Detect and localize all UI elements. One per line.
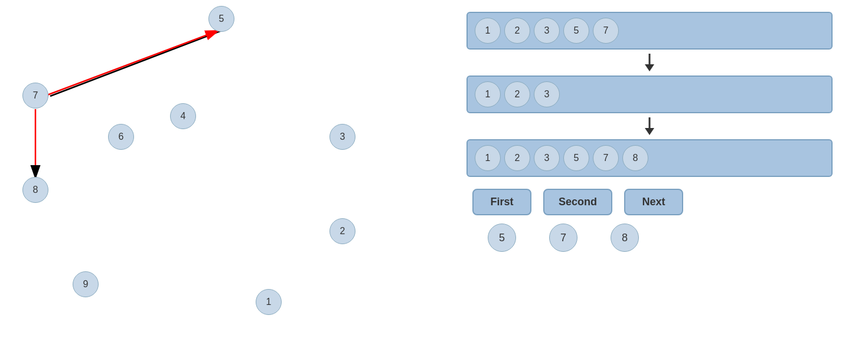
next-label-node: 8 xyxy=(611,224,639,252)
svg-marker-6 xyxy=(645,64,654,71)
second-button[interactable]: Second xyxy=(543,189,612,215)
node-3: 3 xyxy=(329,124,355,150)
graph-edges xyxy=(0,0,354,348)
buttons-row: First Second Next xyxy=(472,189,833,215)
array-cell: 7 xyxy=(593,18,619,44)
svg-marker-8 xyxy=(645,128,654,135)
array-cell: 8 xyxy=(622,145,648,171)
array-cell: 3 xyxy=(534,18,560,44)
array-cell: 2 xyxy=(504,145,530,171)
node-5: 5 xyxy=(208,6,234,32)
array-cell: 3 xyxy=(534,81,560,107)
array-cell: 7 xyxy=(593,145,619,171)
array-cell: 2 xyxy=(504,81,530,107)
array-cell: 1 xyxy=(475,81,501,107)
node-2: 2 xyxy=(329,218,355,244)
down-arrow-svg-2 xyxy=(641,117,658,135)
array-row-1: 1 2 3 5 7 xyxy=(466,12,833,50)
down-arrow-svg xyxy=(641,54,658,71)
svg-line-0 xyxy=(50,31,221,96)
first-label-node: 5 xyxy=(488,224,516,252)
next-button[interactable]: Next xyxy=(624,189,683,215)
node-6: 6 xyxy=(108,124,134,150)
array-row-3: 1 2 3 5 7 8 xyxy=(466,139,833,177)
labels-row: 5 7 8 xyxy=(488,224,833,252)
array-row-2: 1 2 3 xyxy=(466,75,833,113)
arrow-2 xyxy=(466,118,833,134)
array-cell: 1 xyxy=(475,18,501,44)
array-cell: 5 xyxy=(563,18,589,44)
array-cell: 1 xyxy=(475,145,501,171)
node-9: 9 xyxy=(73,271,99,297)
right-panel: 1 2 3 5 7 1 2 3 1 2 3 5 7 8 First Second xyxy=(466,12,833,252)
svg-line-4 xyxy=(44,31,218,96)
array-cell: 2 xyxy=(504,18,530,44)
node-4: 4 xyxy=(170,103,196,129)
node-1: 1 xyxy=(256,289,282,315)
first-button[interactable]: First xyxy=(472,189,531,215)
arrow-1 xyxy=(466,54,833,71)
node-8: 8 xyxy=(22,177,48,203)
second-label-node: 7 xyxy=(549,224,577,252)
array-cell: 3 xyxy=(534,145,560,171)
node-7: 7 xyxy=(22,83,48,109)
array-cell: 5 xyxy=(563,145,589,171)
